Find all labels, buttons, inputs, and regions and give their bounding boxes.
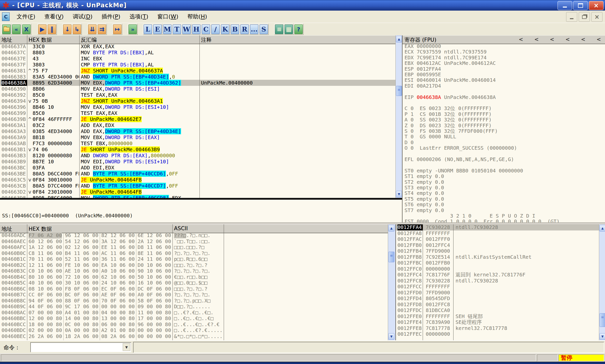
- disassembly-pane[interactable]: 地址 HEX 数据 反汇编 注释 0046637A33C0XOR EAX,EAX…: [0, 35, 395, 198]
- view-call-stack-button[interactable]: K: [220, 24, 230, 35]
- maximize-button[interactable]: [573, 1, 588, 10]
- dump-row[interactable]: 00460B4C80 10 06 0072 10 06 0062 10 06 0…: [0, 274, 388, 280]
- scroll-down-icon[interactable]: ▼: [396, 191, 402, 197]
- stack-row[interactable]: 0012FFB47FFD9000: [396, 248, 599, 254]
- disasm-row[interactable]: 004663BC03FAADD EDI,EDX: [0, 165, 395, 171]
- step-into-button[interactable]: ↓: [62, 24, 72, 35]
- menu-item-view[interactable]: 查看(V): [40, 12, 68, 21]
- run-button[interactable]: ▶: [37, 24, 47, 35]
- stack-row[interactable]: 0012FFE47C839A90SE处理程序: [396, 319, 599, 325]
- dump-scrollbar[interactable]: ▲ ▼: [388, 224, 396, 340]
- disasm-row[interactable]: 004663A103C2ADD EAX,EDX: [0, 122, 395, 128]
- history-chevron-icon[interactable]: <: [565, 36, 570, 42]
- scroll-thumb[interactable]: [388, 252, 394, 262]
- disasm-row[interactable]: 004663BE80A5 D6CC4000 FFAND BYTE PTR SS:…: [0, 171, 395, 177]
- disasm-row[interactable]: 004663ABF7C3 00000080TEST EBX,80000000: [0, 140, 395, 146]
- stack-row[interactable]: 0012FFD80012FFC8: [396, 302, 599, 308]
- dump-row[interactable]: 00460BCC18 00 00 800C 00 00 8006 00 00 8…: [0, 322, 388, 328]
- step-over-button[interactable]: ↳: [72, 24, 82, 35]
- stack-row[interactable]: 0012FFB00012FFC4: [396, 242, 599, 248]
- breakpoint-options-button[interactable]: ≡: [274, 24, 284, 35]
- disasm-row[interactable]: 004663A30385 4ED34000ADD EAX,DWORD PTR S…: [0, 128, 395, 134]
- pane-splitter[interactable]: [0, 198, 402, 200]
- disassembly-scrollbar[interactable]: ▲ ▼: [395, 35, 402, 198]
- stack-row[interactable]: 0012FFC47C81776F返回到 kernel32.7C81776F: [396, 272, 599, 278]
- execute-till-return-button[interactable]: ↦: [112, 24, 122, 35]
- dump-row[interactable]: 00460B5C40 10 06 0030 10 06 0024 10 06 0…: [0, 280, 388, 286]
- view-source-button[interactable]: S: [259, 24, 269, 35]
- title-bar[interactable]: - [CPU - 主线程, 模块 - UnPackMe] ×: [0, 0, 605, 11]
- view-patches-button[interactable]: /: [211, 24, 220, 35]
- disasm-row[interactable]: 004663B98B7E 10MOV EDI,DWORD PTR DS:[ESI…: [0, 159, 395, 165]
- dump-row[interactable]: 00460BEC26 2A 06 0018 2A 06 0008 2A 06 0…: [0, 333, 388, 340]
- menu-item-file[interactable]: 文件(F): [12, 12, 40, 21]
- command-input[interactable]: ▼: [30, 342, 131, 352]
- dump-row[interactable]: 00460B6C08 10 06 00F8 0F 06 00EC 0F 06 0…: [0, 286, 388, 292]
- view-executables-button[interactable]: E: [153, 24, 162, 35]
- stack-row[interactable]: 0012FFC87C930228ntdll.7C930228: [396, 278, 599, 284]
- dump-row[interactable]: 00460B9C44 0F 06 009C 17 06 0000 00 00 0…: [0, 304, 388, 310]
- dump-row[interactable]: 00460B0CC8 11 06 00B4 11 06 00AC 11 06 0…: [0, 250, 388, 256]
- dump-row[interactable]: 00460BAC07 00 00 80A4 01 00 8004 00 00 8…: [0, 310, 388, 316]
- menu-item-options[interactable]: 选项(T): [125, 12, 153, 21]
- stack-row[interactable]: 0012FFA47C930228ntdll.7C930228: [396, 224, 599, 230]
- registers-history-chevrons[interactable]: <<<<<<: [508, 36, 601, 42]
- disasm-row[interactable]: 004663B38120 00000080AND DWORD PTR DS:[E…: [0, 152, 395, 159]
- stack-row[interactable]: 0012FFC000000000: [396, 266, 599, 272]
- disasm-row[interactable]: 004663A98B18MOV EBX,DWORD PTR DS:[EAX]: [0, 134, 395, 140]
- stack-row[interactable]: 0012FFDC81DBCCA0: [396, 307, 599, 314]
- view-threads-button[interactable]: T: [172, 24, 182, 35]
- close-program-button[interactable]: X: [21, 24, 31, 35]
- stack-row[interactable]: 0012FFD480545DFD: [396, 296, 599, 302]
- scroll-down-icon[interactable]: ▼: [599, 333, 605, 340]
- disasm-row[interactable]: 00466394v75 0BJNZ SHORT UnPackMe.004663A…: [0, 98, 395, 104]
- animate-over-button[interactable]: ⇉: [97, 24, 107, 35]
- history-chevron-icon[interactable]: <: [519, 36, 523, 42]
- scroll-up-icon[interactable]: ▲: [396, 36, 402, 42]
- scroll-up-icon[interactable]: ▲: [388, 225, 394, 231]
- cpu-window-icon[interactable]: C: [2, 12, 10, 21]
- disasm-row[interactable]: 004663908B06MOV EAX,DWORD PTR DS:[ESI]: [0, 86, 395, 92]
- dump-row[interactable]: 00460B2C12 11 06 00FE 10 06 00EA 10 06 0…: [0, 262, 388, 268]
- restart-button[interactable]: «: [11, 24, 21, 35]
- scroll-down-icon[interactable]: ▼: [388, 333, 394, 340]
- disasm-row[interactable]: 004663B1v74 06JE SHORT UnPackMe.004663B9: [0, 146, 395, 152]
- dump-row[interactable]: 00460B1C70 11 06 0052 11 06 0036 11 06 0…: [0, 256, 388, 262]
- memory-dump-pane[interactable]: 地址 HEX 数据 ASCII 00460ADCF7 06 A2 0096 12…: [0, 224, 388, 340]
- disasm-row[interactable]: 0046639B^0F84 46FFFFFFJE UnPackMe.004662…: [0, 116, 395, 122]
- disasm-row[interactable]: 0046638A8B95 62D34000MOV EDX,DWORD PTR S…: [0, 80, 395, 86]
- history-chevron-icon[interactable]: <: [534, 36, 539, 42]
- stack-row[interactable]: 0012FFA8FFFFFFFF: [396, 230, 599, 237]
- chevron-down-icon[interactable]: ▼: [123, 343, 130, 351]
- go-to-address-button[interactable]: »: [128, 24, 138, 35]
- view-run-trace-button[interactable]: ...: [249, 24, 259, 35]
- stack-row[interactable]: 0012FFD07FFD9000: [396, 290, 599, 296]
- stack-row[interactable]: 0012FFAC0012FFF0: [396, 236, 599, 242]
- view-cpu-button[interactable]: C: [201, 24, 211, 35]
- stack-row[interactable]: 0012FFEC00000000: [396, 331, 599, 337]
- menu-item-debug[interactable]: 调试(D): [68, 12, 97, 21]
- scroll-thumb[interactable]: [599, 313, 605, 327]
- dump-row[interactable]: 00460AFC1A 12 06 0002 12 06 00EE 11 06 0…: [0, 244, 388, 250]
- stack-row[interactable]: 0012FFCCFFFFFFFF: [396, 284, 599, 290]
- dump-row[interactable]: 00460BBC12 00 00 8014 00 00 8013 00 00 8…: [0, 316, 388, 322]
- stack-row[interactable]: 0012FFE0FFFFFFFFSEH 链尾部: [396, 314, 599, 320]
- disasm-row[interactable]: 0046637E43INC EBX: [0, 56, 395, 62]
- mdi-close-button[interactable]: ×: [591, 12, 602, 22]
- scroll-thumb[interactable]: [396, 86, 402, 96]
- history-chevron-icon[interactable]: <: [550, 36, 554, 42]
- stack-scrollbar[interactable]: ▲ ▼: [599, 224, 605, 340]
- close-button[interactable]: ×: [589, 1, 603, 10]
- view-references-button[interactable]: R: [240, 24, 249, 35]
- disasm-row[interactable]: 0046639985C0TEST EAX,EAX: [0, 110, 395, 116]
- disasm-row[interactable]: 004663CB80A5 D7CC4000 FFAND BYTE PTR SS:…: [0, 183, 395, 189]
- stack-row[interactable]: 0012FFB87C92E514ntdll.KiFastSystemCallRe…: [396, 254, 599, 260]
- view-breakpoints-button[interactable]: B: [230, 24, 240, 35]
- disasm-row[interactable]: 004663968B46 10MOV EAX,DWORD PTR DS:[ESI…: [0, 104, 395, 110]
- disasm-row[interactable]: 0046637A33C0XOR EAX,EAX: [0, 43, 395, 49]
- history-chevron-icon[interactable]: <: [581, 36, 586, 42]
- view-windows-button[interactable]: W: [182, 24, 191, 35]
- view-handles-button[interactable]: H: [191, 24, 201, 35]
- appearance-options-button[interactable]: ▦: [284, 24, 294, 35]
- mdi-restore-button[interactable]: [579, 12, 590, 22]
